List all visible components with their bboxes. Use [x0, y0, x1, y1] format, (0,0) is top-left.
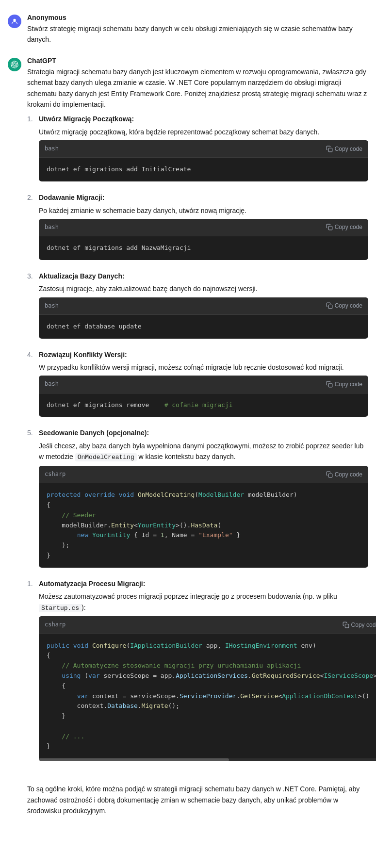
copy-icon-3	[326, 302, 333, 309]
code-content-6: public void Configure(IApplicationBuilde…	[47, 641, 376, 752]
list-item: 1. Utwórz Migrację Początkową: Utwórz mi…	[27, 114, 368, 184]
copy-button-4[interactable]: Copy code	[326, 381, 362, 388]
step1-title: Utwórz Migrację Początkową:	[39, 114, 368, 124]
assistant-message: ChatGPT Strategia migracji schematu bazy…	[0, 51, 376, 778]
svg-rect-5	[328, 474, 332, 477]
inline-code-2: Startup.cs	[39, 604, 82, 612]
assistant-name: ChatGPT	[27, 57, 368, 65]
code-header-6: csharp Copy code	[39, 616, 376, 634]
list-number: 1.	[27, 114, 35, 124]
code-header-3: bash Copy code	[39, 297, 368, 315]
scrollbar-thumb-6[interactable]	[39, 758, 229, 761]
user-message-content: Anonymous Stwórz strategię migracji sche…	[27, 14, 368, 45]
footer-text: To są ogólne kroki, które można podjąć w…	[19, 778, 376, 822]
gpt-avatar	[8, 58, 21, 71]
step5-title: Seedowanie Danych (opcjonalne):	[39, 427, 368, 438]
steps-list: 1. Utwórz Migrację Początkową: Utwórz mi…	[27, 114, 368, 570]
code-content-5: protected override void OnModelCreating(…	[47, 490, 360, 561]
extra-step1-desc: Możesz zautomatyzować proces migracji po…	[39, 592, 337, 611]
code-header-5: csharp Copy code	[39, 466, 368, 483]
svg-rect-4	[328, 383, 332, 387]
step4-desc: W przypadku konfliktów wersji migracji, …	[39, 363, 344, 371]
list-item: 2. Dodawanie Migracji: Po każdej zmianie…	[27, 192, 368, 263]
code-lang-6: csharp	[45, 620, 65, 629]
code-block-4: bash Copy code	[39, 376, 368, 417]
copy-button-6[interactable]: Copy code	[343, 622, 376, 628]
intro-text: Strategia migracji schematu bazy danych …	[27, 66, 368, 110]
copy-icon-6	[343, 622, 349, 628]
code-body-2: dotnet ef migrations add NazwaMigracji	[39, 236, 368, 260]
code-content-1: dotnet ef migrations add InitialCreate	[47, 164, 360, 175]
copy-label: Copy code	[351, 622, 376, 628]
list-number: 2.	[27, 192, 35, 203]
inline-code-1: OnModelCreating	[75, 453, 137, 461]
step2-title: Dodawanie Migracji:	[39, 192, 368, 203]
svg-rect-1	[328, 148, 332, 152]
copy-button-5[interactable]: Copy code	[326, 471, 362, 478]
assistant-text: Strategia migracji schematu bazy danych …	[27, 66, 368, 765]
copy-button-3[interactable]: Copy code	[326, 302, 362, 309]
code-lang-3: bash	[45, 301, 59, 311]
copy-label: Copy code	[335, 224, 362, 230]
list-number: 3.	[27, 271, 35, 281]
step2-desc: Po każdej zmianie w schemacie bazy danyc…	[39, 207, 246, 214]
copy-label: Copy code	[335, 381, 362, 388]
list-body: Aktualizacja Bazy Danych: Zastosuj migra…	[39, 271, 368, 342]
code-content-4: dotnet ef migrations remove # cofanie mi…	[47, 400, 360, 410]
code-scrollbar-6[interactable]	[39, 758, 376, 761]
avatar	[8, 15, 21, 28]
code-block-3: bash Copy code	[39, 297, 368, 339]
code-body-3: dotnet ef database update	[39, 315, 368, 339]
list-body: Dodawanie Migracji: Po każdej zmianie w …	[39, 192, 368, 263]
extra-steps-list: 1. Automatyzacja Procesu Migracji: Możes…	[27, 578, 368, 765]
code-lang-4: bash	[45, 379, 59, 389]
code-body-1: dotnet ef migrations add InitialCreate	[39, 158, 368, 181]
extra-step1-title: Automatyzacja Procesu Migracji:	[39, 578, 376, 589]
code-body-6: public void Configure(IApplicationBuilde…	[39, 634, 376, 759]
code-lang-5: csharp	[45, 470, 65, 479]
step1-desc: Utwórz migrację początkową, która będzie…	[39, 128, 319, 136]
list-body: Utwórz Migrację Początkową: Utwórz migra…	[39, 114, 368, 184]
copy-label: Copy code	[335, 471, 362, 478]
list-number: 1.	[27, 578, 35, 589]
copy-icon-1	[326, 146, 333, 152]
list-item: 5. Seedowanie Danych (opcjonalne): Jeśli…	[27, 427, 368, 570]
step3-title: Aktualizacja Bazy Danych:	[39, 271, 368, 281]
assistant-message-content: ChatGPT Strategia migracji schematu bazy…	[27, 57, 368, 772]
copy-button-1[interactable]: Copy code	[326, 146, 362, 152]
code-block-6: csharp Copy code	[39, 616, 376, 761]
list-item: 1. Automatyzacja Procesu Migracji: Możes…	[27, 578, 368, 765]
code-block-2: bash Copy code	[39, 219, 368, 260]
list-item: 3. Aktualizacja Bazy Danych: Zastosuj mi…	[27, 271, 368, 342]
code-header-1: bash Copy code	[39, 140, 368, 158]
copy-button-2[interactable]: Copy code	[326, 224, 362, 230]
code-content-3: dotnet ef database update	[47, 322, 360, 332]
code-body-5: protected override void OnModelCreating(…	[39, 483, 368, 568]
code-header-2: bash Copy code	[39, 219, 368, 236]
code-lang-2: bash	[45, 223, 59, 232]
step4-title: Rozwiązuj Konflikty Wersji:	[39, 349, 368, 360]
list-number: 4.	[27, 349, 35, 360]
copy-icon-5	[326, 471, 333, 478]
user-text: Stwórz strategię migracji schematu bazy …	[27, 23, 368, 45]
step5-desc: Jeśli chcesz, aby baza danych była wypeł…	[39, 442, 363, 460]
svg-point-0	[13, 19, 16, 21]
user-message: Anonymous Stwórz strategię migracji sche…	[0, 8, 376, 51]
svg-rect-6	[345, 624, 349, 628]
step3-desc: Zastosuj migracje, aby zaktualizować baz…	[39, 285, 258, 293]
code-header-4: bash Copy code	[39, 376, 368, 393]
copy-icon-2	[326, 224, 333, 230]
list-body: Rozwiązuj Konflikty Wersji: W przypadku …	[39, 349, 368, 420]
code-block-5: csharp Copy code	[39, 466, 368, 568]
list-body: Automatyzacja Procesu Migracji: Możesz z…	[39, 578, 376, 765]
copy-icon-4	[326, 381, 333, 388]
user-name: Anonymous	[27, 14, 368, 21]
code-block-1: bash Copy code	[39, 140, 368, 181]
svg-rect-3	[328, 305, 332, 309]
list-item: 4. Rozwiązuj Konflikty Wersji: W przypad…	[27, 349, 368, 420]
chat-container: Anonymous Stwórz strategię migracji sche…	[0, 0, 376, 830]
code-body-4: dotnet ef migrations remove # cofanie mi…	[39, 393, 368, 417]
list-body: Seedowanie Danych (opcjonalne): Jeśli ch…	[39, 427, 368, 570]
svg-rect-2	[328, 227, 332, 230]
copy-label: Copy code	[335, 146, 362, 152]
